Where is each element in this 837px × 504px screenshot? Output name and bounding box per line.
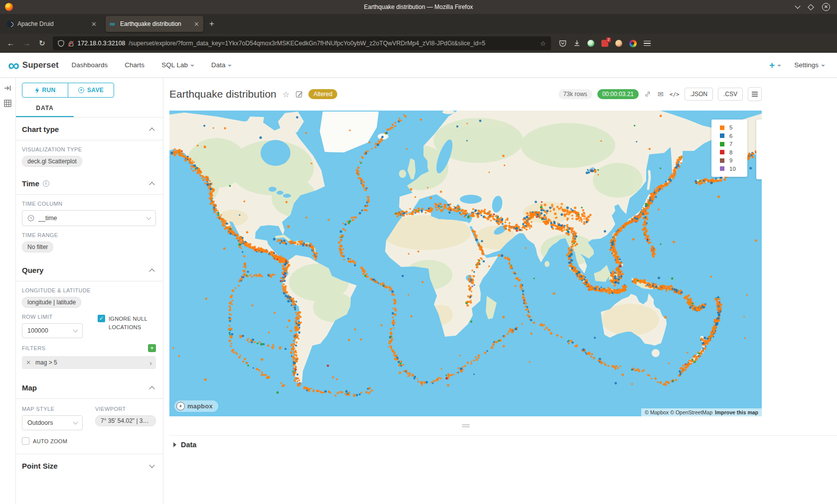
- section-map[interactable]: Map: [22, 376, 156, 398]
- firefox-menu-icon[interactable]: [644, 41, 651, 46]
- legend-entry: 10: [720, 165, 747, 173]
- collapse-panel-icon[interactable]: [4, 85, 11, 92]
- time-range-label: TIME RANGE: [22, 232, 156, 238]
- favorite-star-icon[interactable]: ☆: [282, 90, 289, 99]
- save-button[interactable]: + SAVE: [68, 83, 114, 98]
- viz-type-label: VISUALIZATION TYPE: [22, 146, 156, 152]
- download-icon[interactable]: [573, 40, 580, 47]
- lonlat-chip[interactable]: longitude | latitude: [22, 297, 81, 308]
- tab-close-icon[interactable]: ✕: [194, 20, 199, 28]
- remove-filter-icon[interactable]: ✕: [26, 359, 31, 366]
- legend-entry: 8: [720, 148, 747, 157]
- tab-apache-druid[interactable]: Apache Druid ✕: [3, 16, 101, 32]
- viewport-chip[interactable]: 7° 35' 54.02" | 31...: [95, 415, 156, 426]
- chart-menu-button[interactable]: [748, 87, 762, 101]
- legend-scroll-strip[interactable]: [756, 120, 762, 179]
- data-results-section[interactable]: Data: [169, 435, 837, 449]
- window-chevron-icon[interactable]: [795, 3, 800, 8]
- section-chart-type[interactable]: Chart type: [22, 118, 156, 140]
- datasource-grid-icon[interactable]: [4, 100, 11, 107]
- bookmark-star-icon[interactable]: ☆: [540, 40, 546, 47]
- chevron-up-icon: [149, 127, 154, 133]
- checked-checkbox-icon[interactable]: ✓: [98, 315, 105, 322]
- url-input[interactable]: 172.18.0.3:32108 /superset/explore/?form…: [53, 36, 551, 50]
- row-limit-select[interactable]: 100000: [22, 323, 83, 338]
- nav-data[interactable]: Data: [211, 61, 232, 69]
- map-style-label: MAP STYLE: [22, 406, 89, 412]
- circle-plus-icon: +: [78, 87, 84, 93]
- settings-menu[interactable]: Settings: [794, 61, 825, 69]
- legend-swatch-icon: [720, 150, 724, 154]
- mapbox-logo[interactable]: ✶ mapbox: [174, 400, 218, 412]
- time-range-chip[interactable]: No filter: [22, 242, 53, 252]
- chevron-right-icon: ›: [149, 359, 152, 367]
- pocket-icon[interactable]: [559, 40, 566, 47]
- add-filter-button[interactable]: +: [148, 344, 156, 352]
- legend-swatch-icon: [720, 158, 724, 163]
- embed-code-icon[interactable]: </>: [670, 91, 680, 98]
- auto-zoom-checkbox-row[interactable]: AUTO ZOOM: [22, 437, 156, 446]
- unchecked-checkbox-icon[interactable]: [22, 437, 29, 445]
- legend-swatch-icon: [720, 126, 724, 130]
- chevron-up-icon: [149, 386, 154, 391]
- deckgl-scatter-map[interactable]: 5678910 ✶ mapbox © Mapbox © OpenStreetMa…: [169, 111, 762, 416]
- altered-badge[interactable]: Altered: [308, 89, 337, 99]
- tab-label: Earthquake distribution: [120, 20, 190, 27]
- time-column-select[interactable]: __time: [22, 210, 156, 226]
- export-csv-button[interactable]: .CSV: [718, 88, 743, 101]
- new-tab-button[interactable]: +: [209, 19, 214, 29]
- superset-brand-name: Superset: [22, 60, 59, 70]
- data-results-title: Data: [181, 441, 196, 449]
- chevron-down-icon: [777, 65, 781, 67]
- chart-area: Earthquake distribution ☆ Altered 73k ro…: [163, 78, 837, 504]
- panel-resize-handle[interactable]: [169, 416, 762, 435]
- section-query[interactable]: Query: [22, 258, 156, 281]
- export-json-button[interactable]: .JSON: [685, 88, 713, 101]
- filter-chip[interactable]: ✕ mag > 5 ›: [22, 356, 156, 369]
- section-point-size[interactable]: Point Size: [22, 454, 156, 477]
- share-link-icon[interactable]: [644, 90, 652, 98]
- mapbox-compass-icon: ✶: [176, 402, 185, 410]
- reload-button[interactable]: ↻: [39, 39, 45, 48]
- control-panel: RUN + SAVE DATA Chart type VISUALIZATION…: [16, 78, 163, 504]
- extension-ublock-icon[interactable]: 2: [601, 40, 608, 47]
- tab-label: Apache Druid: [17, 20, 88, 27]
- chevron-down-icon: [190, 65, 194, 67]
- nav-sql-lab[interactable]: SQL Lab: [161, 61, 194, 69]
- superset-logo[interactable]: ∞ Superset: [8, 58, 59, 72]
- ignore-null-checkbox-row[interactable]: ✓ IGNORE NULL LOCATIONS: [98, 315, 156, 331]
- earthquake-dots-canvas: [169, 111, 762, 416]
- improve-map-link[interactable]: Improve this map: [715, 409, 758, 415]
- window-title: Earthquake distribution — Mozilla Firefo…: [0, 3, 837, 10]
- legend-entry: 9: [720, 156, 747, 165]
- back-button[interactable]: ←: [7, 39, 14, 48]
- email-icon[interactable]: ✉: [657, 90, 665, 98]
- chevron-right-icon: [173, 442, 176, 447]
- viz-type-chip[interactable]: deck.gl Scatterplot: [22, 156, 82, 167]
- forward-button[interactable]: →: [23, 39, 30, 48]
- window-maximize-icon[interactable]: [808, 4, 814, 10]
- extension-avatar-icon[interactable]: [615, 40, 622, 47]
- shield-icon: [58, 40, 64, 47]
- extension-badge: 2: [606, 37, 610, 42]
- tab-earthquake-distribution[interactable]: ∞ Earthquake distribution ✕: [106, 16, 203, 32]
- tab-data[interactable]: DATA: [16, 105, 74, 117]
- map-style-select[interactable]: Outdoors: [22, 415, 83, 430]
- section-time[interactable]: Time i: [22, 172, 156, 194]
- chevron-up-icon: [149, 182, 154, 187]
- legend-swatch-icon: [720, 166, 724, 171]
- window-close-icon[interactable]: ✕: [822, 3, 830, 11]
- nav-dashboards[interactable]: Dashboards: [72, 61, 108, 69]
- tab-close-icon[interactable]: ✕: [91, 20, 97, 28]
- chevron-up-icon: [149, 268, 154, 274]
- add-new-button[interactable]: +: [769, 60, 781, 71]
- extension-green-icon[interactable]: [587, 40, 594, 47]
- extension-pinwheel-icon[interactable]: [629, 40, 637, 47]
- edit-properties-icon[interactable]: [295, 90, 303, 98]
- attribution-text: © Mapbox © OpenStreetMap: [645, 409, 712, 415]
- map-legend: 5678910: [711, 120, 747, 177]
- insecure-lock-icon[interactable]: [68, 40, 74, 47]
- run-button[interactable]: RUN: [22, 83, 68, 98]
- nav-charts[interactable]: Charts: [125, 61, 144, 69]
- legend-entry: 5: [720, 124, 747, 132]
